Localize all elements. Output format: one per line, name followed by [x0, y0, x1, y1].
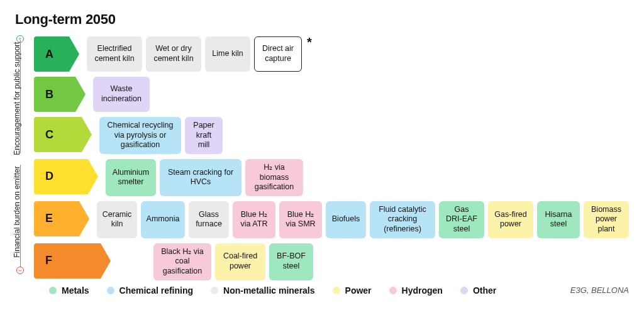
legend-dot-icon — [49, 287, 57, 294]
minus-icon: – — [16, 267, 24, 274]
legend-dot-icon — [107, 287, 114, 294]
tech-cell: BF-BOF steel — [269, 243, 313, 280]
page-title: Long-term 2050 — [15, 11, 629, 28]
grade-row-F: FBlack H₂ via coal gasificationCoal-fire… — [34, 243, 629, 280]
legend-dot-icon — [333, 287, 340, 294]
tech-cell: Lime kiln — [205, 36, 250, 72]
grade-cells-D: Aluminium smelterSteam cracking for HVCs… — [106, 159, 303, 196]
tech-cell: H₂ via biomass gasification — [245, 159, 303, 196]
grade-tag-C: C — [34, 117, 82, 152]
legend-item-metals: Metals — [49, 285, 89, 296]
tech-cell: Fluid catalytic cracking (refineries) — [370, 201, 435, 238]
axis-label-top: Encouragement for public support — [13, 47, 21, 155]
diagram: + Encouragement for public support Finan… — [15, 36, 629, 296]
grade-tag-E: E — [34, 201, 79, 236]
legend-label: Power — [345, 285, 372, 296]
grade-tag-D: D — [34, 159, 88, 194]
legend-item-nonmet: Non-metallic minerals — [211, 285, 315, 296]
grade-row-A: AElectrified cement kilnWet or dry cemen… — [34, 36, 629, 72]
grade-row-C: CChemical recycling via pyrolysis or gas… — [34, 117, 629, 154]
grade-row-E: ECeramic kilnAmmoniaGlass furnaceBlue H₂… — [34, 201, 629, 238]
legend-dot-icon — [211, 287, 218, 294]
tech-cell: Blue H₂ via ATR — [233, 201, 275, 238]
tech-cell: Biomass power plant — [584, 201, 629, 238]
tech-cell: Steam cracking for HVCs — [160, 159, 242, 196]
tech-cell: Black H₂ via coal gasification — [153, 243, 211, 280]
grade-tag-F: F — [34, 243, 101, 279]
grade-row-B: BWaste incineration — [34, 77, 629, 112]
credit: E3G, BELLONA — [570, 285, 629, 295]
legend-dot-icon — [460, 287, 468, 294]
axis-label-bottom: Financial burden on emitter — [13, 158, 21, 267]
legend-item-other: Other — [460, 285, 496, 296]
tech-cell: Ammonia — [141, 201, 185, 238]
y-axis: + Encouragement for public support Finan… — [15, 36, 33, 273]
legend-label: Metals — [62, 285, 89, 296]
tech-cell: Electrified cement kiln — [87, 36, 142, 72]
spacer — [118, 243, 150, 280]
legend-label: Chemical refining — [119, 285, 193, 296]
tech-cell: Paper kraft mill — [185, 117, 223, 154]
legend-label: Other — [473, 285, 496, 296]
tech-cell: Wet or dry cement kiln — [146, 36, 201, 72]
tech-cell: Biofuels — [326, 201, 366, 238]
grade-cells-A: Electrified cement kilnWet or dry cement… — [87, 36, 312, 72]
grade-tag-B: B — [34, 77, 75, 112]
grade-tag-A: A — [34, 36, 69, 72]
legend-dot-icon — [389, 287, 397, 294]
tech-cell: Gas-fired power — [488, 201, 533, 238]
tech-cell: Hisarna steel — [537, 201, 580, 238]
tech-cell: Aluminium smelter — [106, 159, 156, 196]
legend-item-power: Power — [333, 285, 372, 296]
tech-cell: Gas DRI-EAF steel — [439, 201, 484, 238]
tech-cell: Direct air capture — [254, 36, 302, 72]
legend-item-hydrogen: Hydrogen — [389, 285, 443, 296]
tech-cell: Glass furnace — [189, 201, 229, 238]
tech-cell: Coal-fired power — [215, 243, 265, 280]
tech-cell: Ceramic kiln — [97, 201, 137, 238]
tech-cell: Chemical recycling via pyrolysis or gasi… — [99, 117, 181, 154]
grade-row-D: DAluminium smelterSteam cracking for HVC… — [34, 159, 629, 196]
grade-cells-E: Ceramic kilnAmmoniaGlass furnaceBlue H₂ … — [97, 201, 629, 238]
grade-cells-C: Chemical recycling via pyrolysis or gasi… — [99, 117, 223, 154]
tech-cell: Blue H₂ via SMR — [279, 201, 322, 238]
grade-cells-F: Black H₂ via coal gasificationCoal-fired… — [118, 243, 313, 280]
grade-rows: AElectrified cement kilnWet or dry cemen… — [34, 36, 629, 280]
asterisk-icon: * — [307, 35, 312, 50]
legend-label: Non-metallic minerals — [223, 285, 315, 296]
legend-label: Hydrogen — [402, 285, 443, 296]
legend: MetalsChemical refiningNon-metallic mine… — [34, 285, 629, 296]
legend-item-chemical: Chemical refining — [107, 285, 193, 296]
tech-cell: Waste incineration — [93, 77, 150, 112]
grade-cells-B: Waste incineration — [93, 77, 150, 112]
